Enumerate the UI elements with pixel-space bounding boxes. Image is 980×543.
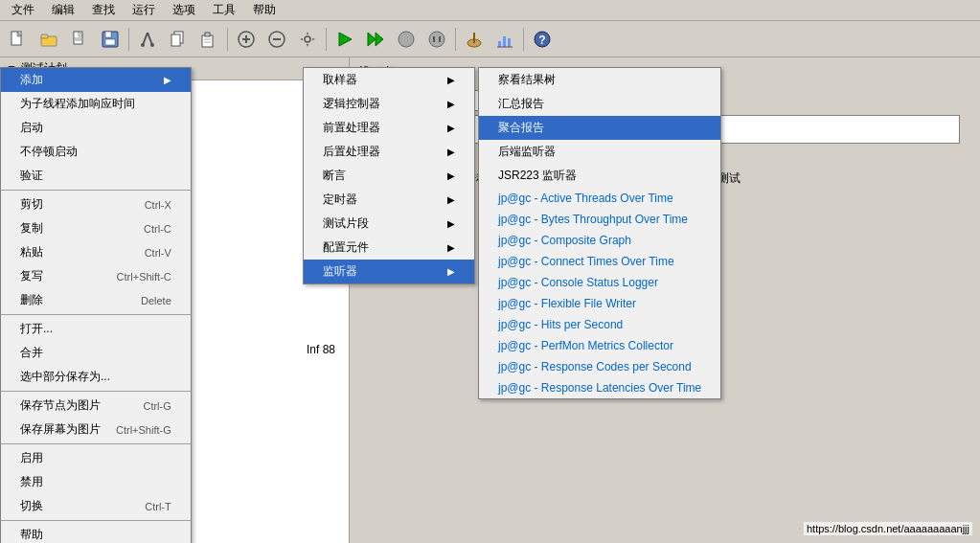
svg-point-14 [150,43,154,47]
svg-rect-0 [11,32,21,45]
menu-item-sampler[interactable]: 取样器 ▶ [304,68,474,92]
menu-item-logic-ctrl[interactable]: 逻辑控制器 ▶ [304,92,474,116]
menu-item-jsr223[interactable]: JSR223 监听器 [479,164,720,188]
menu-item-delete[interactable]: 删除 Delete [1,288,191,312]
menu-item-duplicate[interactable]: 复写 Ctrl+Shift-C [1,264,191,288]
menu-save-node-img-label: 保存节点为图片 [20,397,101,414]
menu-item-save-selection[interactable]: 选中部分保存为... [1,365,191,389]
toolbar-start[interactable] [330,25,359,54]
menu-item-active-threads[interactable]: jp@gc - Active Threads Over Time [479,188,720,209]
menu-item-post-processor[interactable]: 后置处理器 ▶ [304,140,474,164]
menu-item-start[interactable]: 启动 [1,116,191,140]
menu-find[interactable]: 查找 [84,0,123,20]
menu-item-merge[interactable]: 合并 [1,341,191,365]
menu-item-aggregate-report[interactable]: 聚合报告 [479,116,720,140]
menu-item-console-status[interactable]: jp@gc - Console Status Logger [479,272,720,293]
toolbar-paste[interactable] [194,25,223,54]
toolbar-open-folder[interactable] [34,25,63,54]
menu-paste-shortcut: Ctrl-V [145,247,171,259]
menu-item-save-screen-img[interactable]: 保存屏幕为图片 Ctrl+Shift-G [1,418,191,441]
menu-arrow-listener: ▶ [447,266,455,277]
menu-item-view-results-tree[interactable]: 察看结果树 [479,68,720,92]
menu-response-latencies-label: jp@gc - Response Latencies Over Time [498,381,701,395]
menu-item-copy[interactable]: 复制 Ctrl-C [1,216,191,240]
menu-item-open[interactable]: 打开... [1,317,191,341]
toolbar-help[interactable]: ? [528,25,557,54]
menu-item-config-element[interactable]: 配置元件 ▶ [304,236,474,260]
menu-run[interactable]: 运行 [125,0,163,20]
menu-item-enable[interactable]: 启用 [1,446,191,470]
menu-item-cut[interactable]: 剪切 Ctrl-X [1,192,191,216]
menu-item-assertion[interactable]: 断言 ▶ [304,164,474,188]
toolbar-cut[interactable] [133,25,162,54]
menu-item-disable[interactable]: 禁用 [1,470,191,494]
menu-item-flexible-file[interactable]: jp@gc - Flexible File Writer [479,293,720,314]
menu-item-add-rt[interactable]: 为子线程添加响应时间 [1,92,191,116]
menu-item-response-latencies[interactable]: jp@gc - Response Latencies Over Time [479,377,720,398]
toolbar-chart[interactable] [490,25,519,54]
menu-backend-listener-label: 后端监听器 [498,144,556,160]
menu-duplicate-label: 复写 [20,268,43,284]
menu-item-paste[interactable]: 粘贴 Ctrl-V [1,240,191,264]
menu-item-timer[interactable]: 定时器 ▶ [304,188,474,212]
toolbar-open-file[interactable] [65,25,94,54]
menu-item-pre-processor[interactable]: 前置处理器 ▶ [304,116,474,140]
menu-item-add[interactable]: 添加 ▶ [1,68,191,92]
menu-listener-label: 监听器 [323,263,357,280]
toolbar-add[interactable] [232,25,261,54]
context-menu-level2: 取样器 ▶ 逻辑控制器 ▶ 前置处理器 ▶ 后置处理器 ▶ 断言 ▶ 定时器 ▶… [303,67,475,284]
menu-edit[interactable]: 编辑 [44,0,82,20]
menu-help[interactable]: 帮助 [245,0,284,20]
toolbar-stop2[interactable] [422,25,451,54]
svg-rect-17 [202,35,213,47]
menu-item-listener[interactable]: 监听器 ▶ [304,260,474,283]
menu-composite-graph-label: jp@gc - Composite Graph [498,234,631,247]
menu-logic-ctrl-label: 逻辑控制器 [323,96,380,112]
menu-response-codes-label: jp@gc - Response Codes per Second [498,360,692,373]
menu-item-aggregate-report2[interactable]: 汇总报告 [479,92,720,116]
menu-open-label: 打开... [20,321,53,337]
menu-arrow-assertion: ▶ [447,170,455,181]
menu-save-screen-img-label: 保存屏幕为图片 [20,421,101,438]
menu-add-rt-label: 为子线程添加响应时间 [20,96,135,112]
menu-item-perfmon[interactable]: jp@gc - PerfMon Metrics Collector [479,335,720,356]
svg-rect-3 [41,34,48,38]
menu-item-bytes-throughput[interactable]: jp@gc - Bytes Throughput Over Time [479,209,720,230]
menu-item-test-fragment[interactable]: 测试片段 ▶ [304,212,474,236]
toolbar-stop[interactable] [392,25,421,54]
menu-add-label: 添加 [20,72,43,88]
menu-item-hits-per-second[interactable]: jp@gc - Hits per Second [479,314,720,335]
menu-item-help-bottom[interactable]: 帮助 [1,523,191,543]
menu-active-threads-label: jp@gc - Active Threads Over Time [498,192,673,205]
menu-sep2 [1,314,191,315]
toolbar-copy[interactable] [164,25,193,54]
menu-item-start-no-pause[interactable]: 不停顿启动 [1,140,191,164]
menu-bytes-throughput-label: jp@gc - Bytes Throughput Over Time [498,213,688,226]
toolbar-sep1 [128,28,129,51]
menu-item-toggle[interactable]: 切换 Ctrl-T [1,494,191,518]
menu-item-response-codes[interactable]: jp@gc - Response Codes per Second [479,356,720,377]
menu-item-connect-times[interactable]: jp@gc - Connect Times Over Time [479,251,720,272]
toolbar-start2[interactable] [361,25,390,54]
toolbar-new[interactable] [4,25,33,54]
menu-delete-shortcut: Delete [141,295,171,306]
menu-item-composite-graph[interactable]: jp@gc - Composite Graph [479,230,720,251]
toolbar-save[interactable] [96,25,125,54]
toolbar-remove[interactable] [262,25,291,54]
menu-perfmon-label: jp@gc - PerfMon Metrics Collector [498,339,673,352]
menu-tools[interactable]: 工具 [205,0,243,20]
menu-options[interactable]: 选项 [165,0,203,20]
toolbar-broom[interactable] [460,25,489,54]
menu-cut-shortcut: Ctrl-X [145,199,171,211]
toolbar-sep3 [326,28,327,51]
menu-copy-shortcut: Ctrl-C [144,223,171,235]
menu-item-save-node-img[interactable]: 保存节点为图片 Ctrl-G [1,394,191,418]
menu-aggregate-report2-label: 汇总报告 [498,96,544,112]
toolbar-config[interactable] [293,25,322,54]
menu-item-validate[interactable]: 验证 [1,164,191,188]
menu-file[interactable]: 文件 [4,0,42,20]
menu-save-node-img-shortcut: Ctrl-G [143,400,171,412]
menu-item-backend-listener[interactable]: 后端监听器 [479,140,720,164]
svg-rect-18 [205,33,210,36]
menubar: 文件 编辑 查找 运行 选项 工具 帮助 [0,0,980,21]
